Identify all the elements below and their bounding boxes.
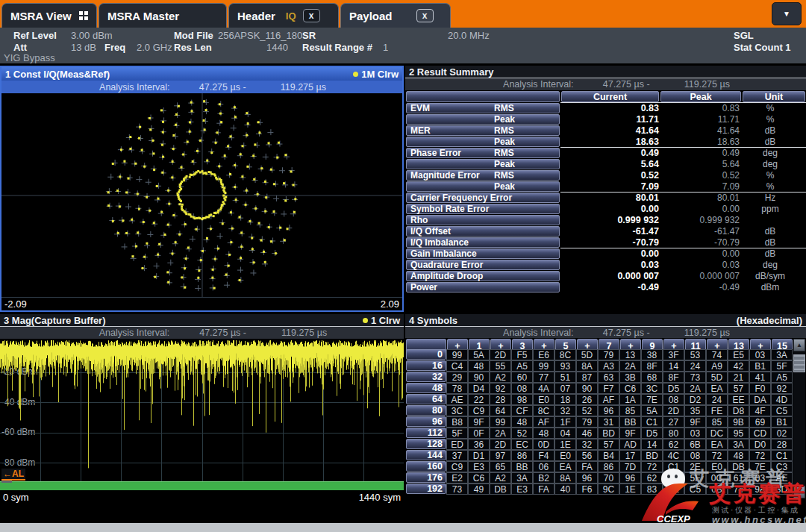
symbol-hex-cell[interactable]: CF [511,405,533,416]
symbol-hex-cell[interactable]: 77 [533,372,554,383]
symbol-hex-cell[interactable]: 72 [641,461,663,472]
symbol-hex-cell[interactable]: 52 [511,428,533,439]
symbol-hex-cell[interactable]: 06 [533,461,554,472]
symbol-hex-cell[interactable]: 96 [619,472,641,484]
symbol-hex-cell[interactable]: 99 [446,349,468,360]
symbol-hex-cell[interactable]: 26 [576,394,598,405]
mod-file-value[interactable]: 256APSK_116_180 [218,30,302,41]
symbol-hex-cell[interactable]: 9B [728,416,749,428]
symbols-title-bar[interactable]: 4 Symbols (Hexadecimal) [405,314,806,327]
symbol-hex-cell[interactable]: 65 [490,461,511,472]
symbol-hex-cell[interactable]: 49 [468,484,490,495]
symbol-hex-cell[interactable]: 9F [468,416,490,428]
symbol-hex-cell[interactable]: 96 [598,405,619,416]
att-label[interactable]: Att [13,42,27,53]
symbol-hex-cell[interactable]: 5F [684,472,706,484]
symbol-hex-cell[interactable]: A5 [771,372,793,383]
symbol-hex-cell[interactable]: 64 [490,405,511,416]
symbol-hex-cell[interactable]: F6 [576,484,598,495]
mag-window-title-bar[interactable]: 3 Mag(Capture Buffer) 1 Clrw [0,314,404,327]
symbol-hex-cell[interactable]: 03 [749,349,771,360]
symbol-hex-cell[interactable]: D5 [663,383,684,394]
symbol-hex-cell[interactable]: A3 [598,360,619,372]
freq-label[interactable]: Freq [104,42,125,53]
symbol-hex-cell[interactable]: ED [446,439,468,450]
symbol-hex-cell[interactable]: 08 [511,383,533,394]
symbol-hex-cell[interactable]: 9C [598,484,619,495]
symbol-hex-cell[interactable]: 87 [576,372,598,383]
symbol-hex-cell[interactable]: D5 [641,428,663,439]
symbol-hex-cell[interactable]: E5 [728,349,749,360]
symbol-hex-cell[interactable]: 0B [706,484,728,495]
symbol-hex-cell[interactable]: 28 [771,439,793,450]
symbol-hex-cell[interactable]: DB [728,461,749,472]
symbol-hex-cell[interactable]: E3 [511,484,533,495]
symbol-hex-cell[interactable]: 0D [533,439,554,450]
symbol-hex-cell[interactable]: 2A [490,428,511,439]
symbol-hex-cell[interactable]: 74 [728,484,749,495]
symbol-hex-cell[interactable]: AE [771,472,793,484]
symbol-hex-cell[interactable]: E0 [533,394,554,405]
symbol-hex-cell[interactable]: 57 [598,439,619,450]
symbol-hex-cell[interactable]: 7E [641,394,663,405]
symbol-hex-cell[interactable]: 92 [490,383,511,394]
symbol-hex-cell[interactable]: C4 [446,360,468,372]
symbol-hex-cell[interactable]: 37 [446,450,468,461]
symbol-hex-cell[interactable]: 3A [728,439,749,450]
symbol-hex-cell[interactable]: 99 [533,360,554,372]
symbol-hex-cell[interactable]: 99 [490,416,511,428]
symbol-hex-cell[interactable]: A2 [490,372,511,383]
tab-msra-view[interactable]: MSRA View [1,3,97,28]
symbol-hex-cell[interactable]: 46 [576,428,598,439]
symbol-hex-cell[interactable]: A5 [511,360,533,372]
close-icon[interactable]: x [303,9,320,22]
result-summary-title-bar[interactable]: 2 Result Summary [405,66,806,78]
symbol-hex-cell[interactable]: 57 [728,383,749,394]
symbol-hex-cell[interactable]: 5F [771,360,793,372]
symbol-hex-cell[interactable]: 6B [684,439,706,450]
symbol-hex-cell[interactable]: 41 [749,372,771,383]
symbol-hex-cell[interactable]: 3B [619,372,641,383]
symbol-hex-cell[interactable]: 48 [533,428,554,439]
symbol-hex-cell[interactable]: D8 [728,405,749,416]
symbol-hex-cell[interactable]: 60 [511,372,533,383]
symbol-hex-cell[interactable]: 4D [771,394,793,405]
symbol-hex-cell[interactable]: A9 [706,360,728,372]
scroll-down-icon[interactable]: ▼ [793,486,805,498]
symbol-hex-cell[interactable]: 2D [490,439,511,450]
symbol-hex-cell[interactable]: 2D [490,349,511,360]
symbol-hex-cell[interactable]: 3F [663,349,684,360]
symbol-hex-cell[interactable]: 8C [533,405,554,416]
symbol-hex-cell[interactable]: B2 [533,472,554,484]
mod-file-label[interactable]: Mod File [174,30,213,41]
symbol-hex-cell[interactable]: 18 [554,394,576,405]
symbol-hex-cell[interactable]: 62 [641,472,663,484]
symbol-hex-cell[interactable]: 1F [554,416,576,428]
symbol-hex-cell[interactable]: D1 [468,450,490,461]
symbol-hex-cell[interactable]: 40 [554,484,576,495]
symbol-hex-cell[interactable]: 1E [554,439,576,450]
symbol-hex-cell[interactable]: 31 [598,416,619,428]
symbol-hex-cell[interactable]: 3A [511,472,533,484]
symbol-hex-cell[interactable]: E2 [446,472,468,484]
scrollbar-handle[interactable] [793,354,805,372]
symbol-hex-cell[interactable]: 5D [706,372,728,383]
symbol-hex-cell[interactable]: 9F [684,416,706,428]
symbol-hex-cell[interactable]: 14 [663,360,684,372]
symbol-hex-cell[interactable]: 83 [641,484,663,495]
symbol-hex-cell[interactable]: 79 [576,416,598,428]
symbol-hex-cell[interactable]: 92 [771,383,793,394]
symbol-hex-cell[interactable]: 73 [446,484,468,495]
symbol-hex-cell[interactable]: C6 [619,383,641,394]
symbol-hex-cell[interactable]: 3C [446,405,468,416]
symbol-hex-cell[interactable]: 8F [641,360,663,372]
symbol-hex-cell[interactable]: C9 [446,461,468,472]
att-value[interactable]: 13 dB [71,42,96,53]
symbol-hex-cell[interactable]: 85 [619,405,641,416]
symbol-hex-cell[interactable]: 4A [533,383,554,394]
symbol-hex-cell[interactable]: 8C [554,349,576,360]
symbol-hex-cell[interactable]: 72 [706,450,728,461]
result-range-label[interactable]: Result Range # [302,42,372,53]
tab-header[interactable]: Header IQ x [228,3,339,28]
symbol-hex-cell[interactable]: 36 [468,439,490,450]
